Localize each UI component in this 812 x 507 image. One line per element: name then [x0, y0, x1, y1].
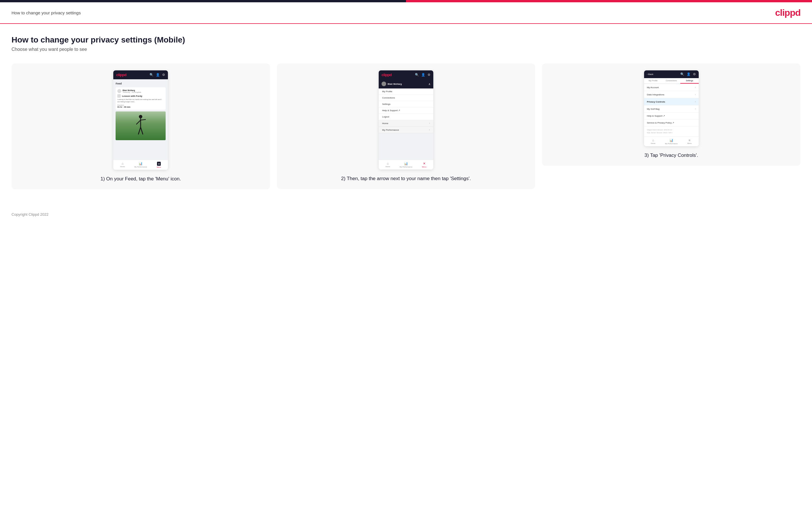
dropdown-myprofile-label: My Profile	[382, 90, 393, 93]
home-label-1: Home	[120, 166, 125, 167]
step-2-card: clippd 🔍 👤 ⚙	[277, 63, 536, 189]
dropdown-item-helpsupport: Help & Support ↗	[379, 107, 433, 114]
helpsupport-label: Help & Support ↗	[647, 115, 665, 117]
menu-icon-3: ≡	[689, 138, 691, 142]
page-subheading: Choose what you want people to see	[11, 47, 801, 52]
settings-item-privacycontrols[interactable]: Privacy Controls ›	[644, 98, 699, 105]
feed-description: Looking to feel like my hands are exitin…	[117, 99, 164, 103]
phone-bottom-nav-2: ⌂ Home 📊 My Performance ✕ Menu	[379, 160, 433, 169]
dropdown-section-performance: My Performance ›	[379, 127, 433, 133]
dropdown-settings-label: Settings	[382, 103, 391, 105]
feed-username: Blair McHarg	[122, 89, 141, 91]
privacycontrols-chevron: ›	[695, 100, 696, 103]
step-1-phone: clippd 🔍 👤 ⚙ Feed Blair McHarg	[113, 70, 168, 170]
bottom-nav-performance-2: 📊 My Performance	[397, 160, 415, 169]
golfer-silhouette	[135, 114, 146, 137]
phone-nav-icons-1: 🔍 👤 ⚙	[150, 73, 165, 77]
settings-item-myaccount[interactable]: My Account ›	[644, 84, 699, 91]
version-info: Clippd Client Version: 2022.8.3-3 GQL Se…	[644, 126, 699, 136]
search-icon-2: 🔍	[415, 73, 419, 77]
copyright-text: Copyright Clippd 2022	[11, 212, 49, 217]
phone-bottom-nav-1: ⌂ Home 📊 My Performance ≡ Menu	[113, 160, 168, 170]
myaccount-chevron: ›	[695, 86, 696, 89]
bottom-nav-menu-2: ✕ Menu	[415, 160, 433, 169]
settings-tab-label: Settings	[686, 79, 693, 81]
svg-point-0	[139, 115, 142, 118]
settings-item-mygolfbag[interactable]: My Golf Bag ›	[644, 105, 699, 113]
user-icon-1: 👤	[156, 73, 160, 77]
menu-close-icon-2: ✕	[423, 162, 425, 165]
tab-settings[interactable]: Settings	[680, 78, 699, 83]
settings-icon-1: ⚙	[162, 73, 165, 77]
dropdown-performance-label: My Performance	[382, 129, 399, 131]
dataintegrations-label: Data Integrations	[647, 93, 664, 96]
phone-content-1: Feed Blair McHarg Yesterday · Sunningdal…	[113, 79, 168, 160]
phone-nav-icons-2: 🔍 👤 ⚙	[415, 73, 430, 77]
home-icon-2: ⌂	[387, 162, 389, 165]
home-chevron-icon: ›	[429, 122, 430, 125]
dropdown-home-label: Home	[382, 122, 388, 125]
user-icon-2: 👤	[421, 73, 425, 77]
dropdown-item-settings: Settings	[379, 101, 433, 107]
user-icon-3: 👤	[687, 72, 691, 76]
phone-nav-2: clippd 🔍 👤 ⚙	[379, 70, 433, 79]
phone-nav-1: clippd 🔍 👤 ⚙	[113, 70, 168, 79]
dropdown-helpsupport-label: Help & Support ↗	[382, 109, 400, 112]
lesson-title: Lesson with Fordy	[122, 95, 142, 97]
phone-logo-2: clippd	[382, 73, 392, 77]
settings-item-serviceprivacy[interactable]: Service & Privacy Policy ↗	[644, 119, 699, 126]
mygolfbag-label: My Golf Bag	[647, 108, 660, 110]
serviceprivacy-label: Service & Privacy Policy ↗	[647, 121, 674, 124]
phone-logo-1: clippd	[116, 73, 126, 77]
connections-tab-label: Connections	[666, 79, 677, 81]
page-heading: How to change your privacy settings (Mob…	[11, 35, 801, 45]
performance-icon-3: 📊	[669, 138, 673, 142]
dropdown-item-logout: Logout	[379, 114, 433, 120]
dropdown-item-myprofile: My Profile	[379, 89, 433, 95]
settings-list: My Account › Data Integrations › Privacy…	[644, 84, 699, 126]
step-1-card: clippd 🔍 👤 ⚙ Feed Blair McHarg	[11, 63, 270, 189]
step-2-caption: 2) Then, tap the arrow next to your name…	[341, 175, 471, 182]
step-3-caption: 3) Tap 'Privacy Controls'.	[644, 152, 698, 159]
feed-user-info: Blair McHarg Yesterday · Sunningdale	[122, 89, 141, 93]
performance-label-1: My Performance	[134, 166, 147, 168]
settings-item-dataintegrations[interactable]: Data Integrations ›	[644, 91, 699, 98]
dropdown-menu: Blair McHarg ∧ My Profile Connections	[379, 79, 433, 133]
search-icon-3: 🔍	[680, 72, 684, 76]
myprofile-tab-label: My Profile	[649, 79, 658, 81]
dropdown-avatar	[382, 81, 386, 86]
privacycontrols-label: Privacy Controls	[647, 101, 665, 103]
menu-label-2: Menu	[422, 166, 426, 168]
header-title: How to change your privacy settings	[11, 10, 81, 15]
svg-line-2	[136, 120, 141, 124]
tab-myprofile[interactable]: My Profile	[644, 78, 662, 83]
bottom-nav-home-2: ⌂ Home	[379, 160, 397, 169]
performance-icon-1: 📊	[139, 162, 143, 165]
phone-content-2: Blair McHarg ∧ My Profile Connections	[379, 79, 433, 160]
golf-image	[115, 111, 166, 140]
bottom-nav-performance-1: 📊 My Performance	[132, 160, 150, 170]
menu-label-1: Menu	[157, 166, 161, 168]
settings-item-helpsupport[interactable]: Help & Support ↗	[644, 113, 699, 119]
dropdown-user-left: Blair McHarg	[382, 81, 402, 86]
dropdown-chevron-up: ∧	[428, 82, 430, 86]
step-3-card: ‹ Back 🔍 👤 ⚙ My Profile Connections	[542, 63, 801, 166]
feed-card: Blair McHarg Yesterday · Sunningdale Les…	[115, 87, 166, 110]
settings-icon-2: ⚙	[427, 73, 430, 77]
menu-icon-1: ≡	[157, 162, 160, 166]
performance-icon-2: 📊	[404, 162, 408, 165]
step-3-phone: ‹ Back 🔍 👤 ⚙ My Profile Connections	[644, 70, 699, 146]
lesson-icon	[117, 94, 121, 98]
page-header: How to change your privacy settings clip…	[0, 2, 812, 24]
search-icon-1: 🔍	[150, 73, 154, 77]
tab-connections[interactable]: Connections	[662, 78, 680, 83]
svg-line-5	[141, 127, 143, 134]
phone-content-wrap-2: Blair McHarg ∧ My Profile Connections	[379, 79, 433, 160]
dropdown-item-connections: Connections	[379, 95, 433, 101]
step-1-caption: 1) On your Feed, tap the 'Menu' icon.	[101, 175, 181, 182]
home-label-2: Home	[386, 166, 390, 167]
phone-nav-icons-3: 🔍 👤 ⚙	[680, 72, 696, 76]
steps-container: clippd 🔍 👤 ⚙ Feed Blair McHarg	[11, 63, 801, 189]
server-version: GQL Server Version: 2022.7.30-1	[647, 131, 696, 134]
bottom-nav-performance-3: 📊 My Performance	[662, 137, 680, 146]
